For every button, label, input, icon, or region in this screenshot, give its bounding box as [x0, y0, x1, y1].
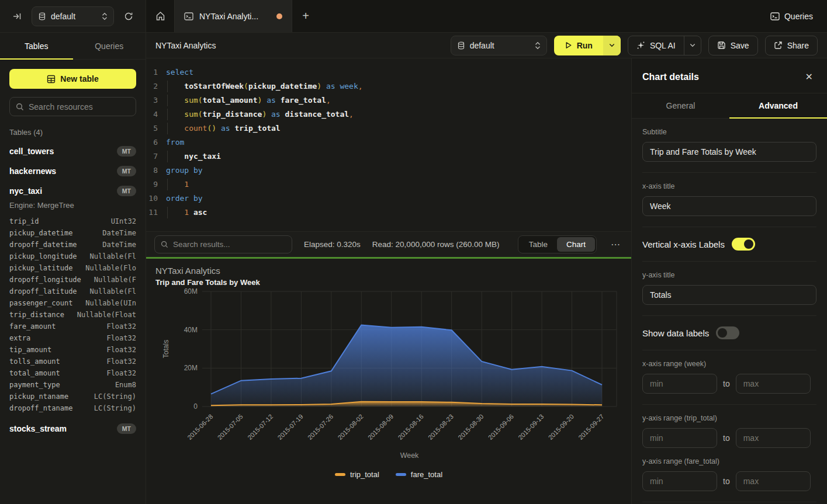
table-icon — [47, 75, 56, 84]
x-axis-title-input[interactable] — [642, 196, 816, 216]
database-selector-value: default — [51, 12, 97, 21]
query-database-selector[interactable]: default — [451, 36, 547, 55]
sql-ai-button[interactable]: SQL AI — [628, 36, 701, 55]
panel-header: Chart details ✕ — [632, 58, 827, 93]
x-range-max-input[interactable] — [736, 374, 811, 394]
table-list: cell_towersMThackernewsMTnyc_taxiMTEngin… — [9, 146, 136, 434]
y-range-fare-max-input[interactable] — [736, 471, 811, 491]
table-row[interactable]: stocks_streamMT — [9, 423, 136, 434]
legend-swatch — [396, 473, 406, 476]
collapse-sidebar-icon[interactable] — [8, 8, 26, 25]
panel-tab-general[interactable]: General — [632, 93, 729, 118]
svg-text:40M: 40M — [184, 326, 198, 334]
search-resources-input[interactable] — [29, 102, 134, 112]
sql-editor[interactable]: 1select2 toStartOfWeek(pickup_datetime) … — [146, 58, 631, 231]
show-data-labels-row: Show data labels — [642, 316, 816, 350]
x-range-to-label: to — [723, 379, 730, 388]
tab-nytaxi-analytics[interactable]: NYTaxi Analyti... — [174, 0, 292, 32]
show-data-labels-toggle[interactable] — [716, 326, 739, 339]
queries-button[interactable]: Queries — [770, 12, 813, 21]
tab-strip: NYTaxi Analyti... + — [146, 0, 770, 32]
database-icon — [38, 12, 46, 20]
vertical-labels-toggle[interactable] — [732, 238, 755, 251]
console-icon — [770, 12, 780, 20]
y-axis-title-input[interactable] — [642, 285, 816, 305]
new-tab-icon[interactable]: + — [292, 0, 319, 32]
x-range-min-input[interactable] — [642, 374, 717, 394]
sidebar-tab-queries[interactable]: Queries — [73, 33, 146, 59]
y-range-trip-min-input[interactable] — [642, 428, 717, 448]
svg-text:2015-08-16: 2015-08-16 — [396, 413, 424, 441]
svg-text:2015-08-09: 2015-08-09 — [366, 413, 395, 441]
save-button[interactable]: Save — [708, 36, 758, 55]
subtitle-field-label: Subtitle — [642, 128, 816, 136]
elapsed-stat: Elapsed: 0.320s — [304, 240, 361, 249]
unsaved-dot — [276, 13, 282, 19]
x-axis-title-label: x-axis title — [642, 182, 816, 190]
results-search — [154, 235, 292, 253]
table-row[interactable]: nyc_taxiMT — [9, 186, 136, 196]
column-row: passenger_countNullable(UIn — [9, 297, 136, 309]
svg-text:2015-09-20: 2015-09-20 — [547, 413, 575, 441]
table-row[interactable]: cell_towersMT — [9, 146, 136, 157]
query-toolbar: default Run — [451, 36, 818, 55]
chevron-updown-icon — [535, 41, 541, 50]
y-range-fare-label: y-axis range (fare_total) — [642, 457, 816, 465]
home-icon[interactable] — [146, 0, 174, 32]
table-engine: Engine: MergeTree — [9, 201, 136, 210]
svg-text:2015-09-13: 2015-09-13 — [517, 413, 545, 441]
tab-title: NYTaxi Analyti... — [199, 12, 271, 21]
svg-text:2015-09-06: 2015-09-06 — [487, 413, 515, 441]
column-row: total_amountFloat32 — [9, 367, 136, 379]
column-row: pickup_datetimeDateTime — [9, 227, 136, 239]
chart-subtitle: Trip and Fare Totals by Week — [155, 278, 622, 287]
column-row: dropoff_ntanameLC(String) — [9, 402, 136, 414]
svg-text:2015-07-12: 2015-07-12 — [246, 413, 274, 441]
topbar-left: default — [0, 0, 146, 32]
save-label: Save — [731, 41, 749, 50]
new-table-button[interactable]: New table — [9, 69, 136, 89]
series-area-fare_total — [211, 325, 602, 406]
table-row[interactable]: hackernewsMT — [9, 166, 136, 176]
search-results-input[interactable] — [173, 240, 286, 249]
subtitle-input[interactable] — [642, 142, 816, 162]
share-icon — [774, 41, 783, 50]
editor-line: 8group by — [146, 164, 631, 178]
sidebar: Tables Queries New table Tables (4) — [0, 33, 146, 504]
share-button[interactable]: Share — [765, 36, 818, 55]
y-range-trip-to-label: to — [723, 433, 730, 443]
view-toggle-chart[interactable]: Chart — [557, 237, 595, 252]
sidebar-tab-tables[interactable]: Tables — [0, 33, 73, 59]
sidebar-search — [9, 97, 136, 116]
run-label: Run — [577, 41, 593, 50]
close-icon[interactable]: ✕ — [805, 71, 813, 82]
column-row: trip_idUInt32 — [9, 215, 136, 227]
sql-ai-dropdown-icon[interactable] — [684, 36, 701, 55]
run-button[interactable]: Run — [554, 36, 621, 55]
query-header: NYTaxi Analytics default — [146, 33, 827, 58]
run-dropdown-icon[interactable] — [603, 36, 621, 55]
topbar-right: Queries — [770, 0, 827, 32]
view-toggle-table[interactable]: Table — [520, 237, 557, 252]
svg-text:20M: 20M — [184, 364, 198, 372]
column-row: pickup_ntanameLC(String) — [9, 391, 136, 402]
refresh-icon[interactable] — [120, 8, 137, 25]
column-row: pickup_longitudeNullable(Fl — [9, 251, 136, 262]
console-icon — [184, 12, 193, 20]
chart-legend: trip_totalfare_total — [155, 470, 622, 479]
y-range-trip-max-input[interactable] — [736, 428, 811, 448]
results-chart[interactable]: 020M40M60MTotals2015-06-282015-07-052015… — [155, 287, 622, 469]
y-range-fare-field-group: y-axis range (fare_total) to — [642, 453, 816, 502]
panel-title: Chart details — [642, 72, 699, 82]
more-options-icon[interactable]: ⋯ — [608, 239, 623, 250]
legend-item-trip_total[interactable]: trip_total — [335, 470, 379, 479]
database-selector[interactable]: default — [32, 6, 114, 26]
y-range-fare-min-input[interactable] — [642, 471, 717, 491]
sidebar-body: New table Tables (4) cell_towersMThacker… — [0, 60, 146, 443]
panel-tab-advanced[interactable]: Advanced — [729, 93, 827, 118]
panel-tabs: General Advanced — [632, 93, 827, 119]
share-label: Share — [787, 41, 809, 50]
svg-text:2015-08-30: 2015-08-30 — [456, 413, 485, 441]
legend-item-fare_total[interactable]: fare_total — [396, 470, 442, 479]
editor-line: 2 toStartOfWeek(pickup_datetime) as week… — [146, 79, 631, 93]
